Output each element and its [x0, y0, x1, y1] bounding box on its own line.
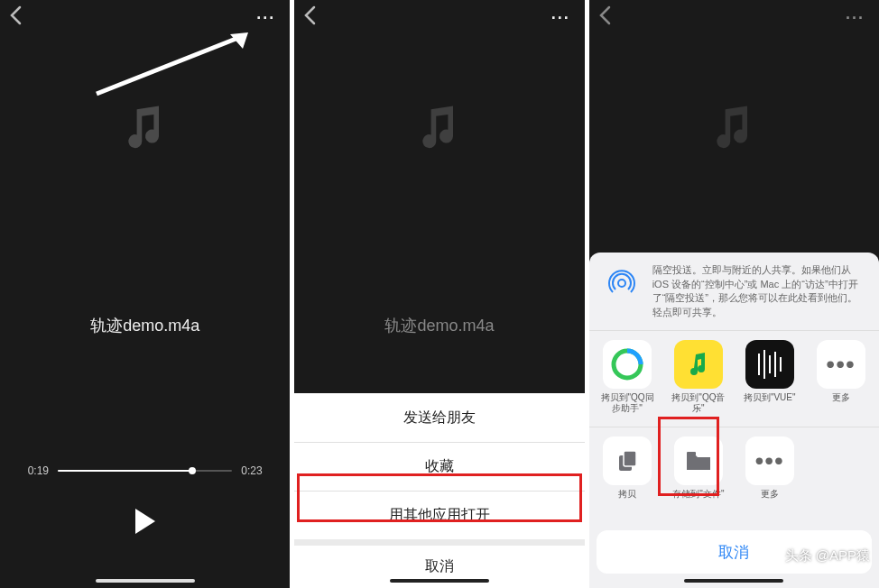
svg-point-2 — [618, 280, 625, 287]
more-icon[interactable]: ··· — [551, 9, 570, 28]
app-vue-label: 拷贝到"VUE" — [744, 392, 796, 414]
header: ··· — [589, 0, 879, 36]
music-content — [589, 36, 879, 157]
music-note-icon — [118, 99, 172, 157]
audio-player: 0:19 0:23 — [28, 464, 263, 534]
header: ··· — [0, 0, 290, 36]
action-copy[interactable]: 拷贝 — [597, 436, 658, 510]
action-copy-label: 拷贝 — [618, 489, 636, 510]
share-apps-row-1: 拷贝到"QQ同步助手" 拷贝到"QQ音乐" 拷贝到"VUE" ••• 更多 — [589, 330, 879, 427]
time-total: 0:23 — [241, 464, 262, 477]
menu-item-favorite[interactable]: 收藏 — [294, 442, 584, 491]
action-sheet: 发送给朋友 收藏 用其他应用打开 取消 — [294, 393, 584, 588]
more-icon[interactable]: ··· — [256, 9, 275, 28]
music-content: 轨迹demo.m4a — [0, 36, 290, 336]
music-note-icon — [707, 99, 761, 157]
app-more-top-label: 更多 — [832, 392, 850, 414]
more-icon[interactable]: ··· — [846, 9, 865, 28]
app-qq-music-label: 拷贝到"QQ音乐" — [668, 392, 729, 414]
app-qq-music[interactable]: 拷贝到"QQ音乐" — [668, 340, 729, 414]
time-current: 0:19 — [28, 464, 49, 477]
airdrop-icon[interactable] — [602, 263, 642, 303]
airdrop-section: 隔空投送。立即与附近的人共享。如果他们从 iOS 设备的“控制中心”或 Mac … — [589, 253, 879, 330]
share-actions-row: 拷贝 存储到"文件" ••• 更多 — [589, 427, 879, 523]
share-cancel-button[interactable]: 取消 — [597, 530, 872, 574]
app-vue[interactable]: 拷贝到"VUE" — [739, 340, 800, 414]
app-qq-sync-label: 拷贝到"QQ同步助手" — [597, 392, 658, 414]
screen-player: ··· 轨迹demo.m4a 0:19 0:23 — [0, 0, 290, 588]
header: ··· — [294, 0, 584, 36]
action-more-bottom-label: 更多 — [761, 489, 779, 510]
music-content: 轨迹demo.m4a — [294, 36, 584, 336]
action-more-bottom[interactable]: ••• 更多 — [739, 436, 800, 510]
home-indicator[interactable] — [390, 579, 489, 583]
seek-thumb[interactable] — [189, 467, 196, 474]
audio-filename: 轨迹demo.m4a — [384, 315, 494, 336]
music-note-icon — [412, 99, 467, 157]
back-icon[interactable] — [9, 5, 22, 31]
back-icon[interactable] — [303, 5, 316, 31]
menu-item-send[interactable]: 发送给朋友 — [294, 393, 584, 442]
seek-track[interactable] — [58, 470, 232, 472]
audio-filename: 轨迹demo.m4a — [90, 315, 199, 336]
action-save-files[interactable]: 存储到"文件" — [668, 436, 729, 510]
app-more-top[interactable]: ••• 更多 — [810, 340, 872, 414]
airdrop-description: 隔空投送。立即与附近的人共享。如果他们从 iOS 设备的“控制中心”或 Mac … — [652, 263, 866, 319]
play-button[interactable] — [135, 509, 155, 534]
progress-row: 0:19 0:23 — [28, 464, 263, 477]
menu-item-open-other[interactable]: 用其他应用打开 — [294, 491, 584, 539]
home-indicator[interactable] — [96, 579, 195, 583]
screen-share: ··· 隔空投送。立即与附近的人共享。如果他们从 iOS 设备的“控制中心”或 … — [589, 0, 879, 588]
share-sheet: 隔空投送。立即与附近的人共享。如果他们从 iOS 设备的“控制中心”或 Mac … — [589, 253, 879, 588]
svg-rect-11 — [687, 452, 696, 455]
svg-rect-10 — [624, 451, 636, 466]
seek-fill — [58, 470, 192, 472]
back-icon[interactable] — [598, 5, 611, 31]
screen-menu: ··· 轨迹demo.m4a 发送给朋友 收藏 用其他应用打开 取消 — [294, 0, 584, 588]
app-qq-sync[interactable]: 拷贝到"QQ同步助手" — [597, 340, 658, 414]
home-indicator[interactable] — [684, 579, 783, 583]
action-save-files-label: 存储到"文件" — [672, 489, 724, 510]
